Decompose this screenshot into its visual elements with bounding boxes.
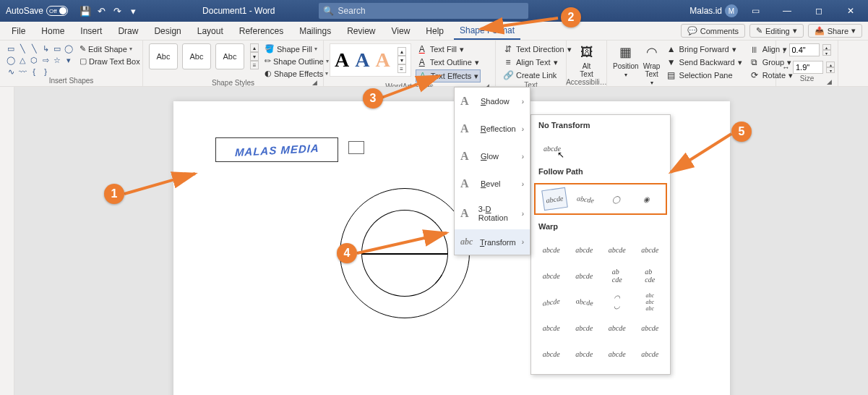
tab-mailings[interactable]: Mailings	[293, 23, 337, 39]
spin-up-icon[interactable]: ▴	[822, 44, 831, 50]
wordart-gallery[interactable]: A A A ▴▾≡	[330, 43, 411, 77]
shape-oval-icon[interactable]: ◯	[64, 43, 74, 54]
shape-line-icon[interactable]: ╲	[17, 43, 27, 54]
shape-rect-icon[interactable]: ▭	[52, 43, 62, 54]
text-outline-button[interactable]: AText Outline▾	[416, 56, 481, 68]
transform-thumb-warp[interactable]: abcde	[538, 344, 564, 364]
tab-design[interactable]: Design	[148, 23, 186, 39]
transform-thumb-button[interactable]: ◉	[635, 189, 658, 209]
spin-up-icon[interactable]: ▴	[826, 61, 835, 67]
shape-fill-button[interactable]: 🪣Shape Fill▾	[263, 43, 330, 54]
style-thumb[interactable]: Abc	[215, 43, 244, 69]
tab-references[interactable]: References	[233, 23, 289, 39]
send-backward-button[interactable]: ▼Send Backward▾	[665, 56, 744, 68]
transform-thumb-warp[interactable]: abcde	[604, 344, 630, 364]
spin-down-icon[interactable]: ▾	[822, 50, 831, 56]
dialog-launcher-icon[interactable]: ◢	[312, 79, 317, 86]
wordart-thumb[interactable]: A	[375, 48, 390, 72]
selection-pane-button[interactable]: ▤Selection Pane	[665, 69, 744, 81]
transform-thumb-warp[interactable]: abcde	[604, 318, 630, 338]
spin-down-icon[interactable]: ▾	[826, 67, 835, 73]
bring-forward-button[interactable]: ▲Bring Forward▾	[665, 43, 744, 55]
transform-thumb-warp[interactable]: abcde	[637, 239, 663, 260]
gallery-scroll[interactable]: ▴▾≡	[250, 43, 259, 69]
tab-home[interactable]: Home	[35, 23, 70, 39]
transform-thumb-warp[interactable]: abcde	[572, 344, 598, 364]
undo-icon[interactable]: ↶	[95, 5, 107, 17]
minimize-button[interactable]: —	[773, 0, 802, 22]
shape-more-icon[interactable]: ▾	[64, 55, 74, 65]
close-button[interactable]: ✕	[836, 0, 865, 22]
transform-thumb-warp[interactable]: abcde	[572, 290, 598, 314]
tab-insert[interactable]: Insert	[74, 23, 108, 39]
width-field[interactable]: ↔▴▾	[782, 61, 835, 74]
menu-transform[interactable]: abcTransform›	[455, 229, 530, 255]
draw-textbox-button[interactable]: ▢Draw Text Box	[78, 56, 142, 67]
transform-thumb-warp[interactable]: abcde	[538, 318, 564, 338]
shape-line2-icon[interactable]: ╲	[29, 43, 39, 54]
shape-free-icon[interactable]: 〰	[17, 67, 27, 77]
tab-draw[interactable]: Draw	[112, 23, 144, 39]
create-link-button[interactable]: 🔗Create Link	[502, 69, 573, 81]
autosave[interactable]: AutoSave Off	[0, 6, 74, 16]
align-text-button[interactable]: ≡Align Text▾	[502, 56, 573, 68]
tab-review[interactable]: Review	[341, 23, 381, 39]
qat-more-icon[interactable]: ▾	[127, 5, 139, 17]
user-name[interactable]: Malas.id	[689, 6, 722, 16]
shape-styles-gallery[interactable]: Abc Abc Abc ▴▾≡	[149, 43, 259, 69]
layout-options-icon[interactable]	[348, 141, 364, 154]
style-thumb[interactable]: Abc	[182, 43, 211, 69]
menu-bevel[interactable]: ABevel›	[455, 170, 530, 198]
menu-3d-rotation[interactable]: A3-D Rotation›	[455, 198, 530, 229]
maximize-button[interactable]: ◻	[804, 0, 833, 22]
shapes-gallery[interactable]: ▭ ╲ ╲ ↳ ▭ ◯ ◯ △ ⬡ ⇨ ☆ ▾ ∿ 〰 { }	[6, 43, 74, 77]
shape-round-icon[interactable]: ◯	[6, 55, 16, 65]
tab-view[interactable]: View	[386, 23, 416, 39]
transform-thumb-warp[interactable]: abcde	[572, 318, 598, 338]
text-fill-button[interactable]: AText Fill▾	[416, 43, 481, 55]
shape-brace-icon[interactable]: {	[29, 67, 39, 77]
transform-thumb-warp[interactable]: abcabcabc	[637, 292, 663, 312]
tab-file[interactable]: File	[6, 23, 31, 39]
shape-effects-button[interactable]: ◐Shape Effects▾	[263, 68, 330, 79]
position-button[interactable]: ▦Position▾	[613, 43, 639, 78]
shape-outline-button[interactable]: ✏Shape Outline▾	[263, 56, 330, 67]
tab-layout[interactable]: Layout	[192, 23, 229, 39]
save-icon[interactable]: 💾	[80, 5, 91, 17]
gallery-scroll[interactable]: ▴▾≡	[398, 47, 406, 73]
edit-shape-button[interactable]: ✎Edit Shape▾	[78, 43, 142, 54]
transform-thumb-warp[interactable]: abcde	[637, 318, 663, 338]
wrap-text-button[interactable]: ◠Wrap Text▾	[643, 43, 661, 86]
shape-star-icon[interactable]: ☆	[52, 55, 62, 65]
share-button[interactable]: 📤 Share ▾	[808, 24, 862, 38]
shape-textbox-icon[interactable]: ▭	[6, 43, 16, 54]
transform-thumb-warp[interactable]: abcde	[572, 239, 598, 260]
transform-thumb-warp[interactable]: abcde	[637, 266, 663, 286]
transform-thumb-arch-down[interactable]: abcde	[572, 187, 598, 211]
transform-thumb-warp[interactable]: abcde	[604, 239, 630, 260]
autosave-toggle[interactable]: Off	[46, 6, 68, 16]
transform-thumb-warp[interactable]: abcde	[538, 266, 564, 286]
dialog-launcher-icon[interactable]: ◢	[827, 78, 832, 85]
style-thumb[interactable]: Abc	[149, 43, 178, 69]
transform-thumb-warp[interactable]: abcde	[637, 344, 663, 364]
editing-button[interactable]: ✎ Editing ▾	[749, 24, 804, 38]
transform-thumb-warp[interactable]: abcde	[572, 266, 598, 286]
text-effects-button[interactable]: AText Effects▾	[416, 69, 481, 82]
user-avatar[interactable]: M	[725, 4, 738, 17]
shape-hex-icon[interactable]: ⬡	[29, 55, 39, 65]
semicircle-bottom[interactable]	[361, 253, 448, 297]
transform-thumb-circle[interactable]: ◯	[604, 189, 627, 209]
menu-reflection[interactable]: AReflection›	[455, 115, 530, 143]
height-field[interactable]: ↕▴▾	[782, 43, 835, 56]
shape-brace2-icon[interactable]: }	[40, 67, 51, 77]
transform-thumb-warp[interactable]: abcde	[538, 290, 564, 314]
transform-thumb-warp[interactable]: ◠◡	[604, 292, 630, 312]
text-direction-button[interactable]: ⇵Text Direction▾	[502, 43, 573, 55]
transform-thumb-arch-up[interactable]: abcde	[541, 187, 567, 211]
shape-connector-icon[interactable]: ↳	[40, 43, 51, 54]
tab-help[interactable]: Help	[420, 23, 450, 39]
search-box[interactable]: 🔍	[319, 3, 528, 19]
shape-arrow-icon[interactable]: ⇨	[40, 55, 51, 65]
redo-icon[interactable]: ↷	[111, 5, 123, 17]
